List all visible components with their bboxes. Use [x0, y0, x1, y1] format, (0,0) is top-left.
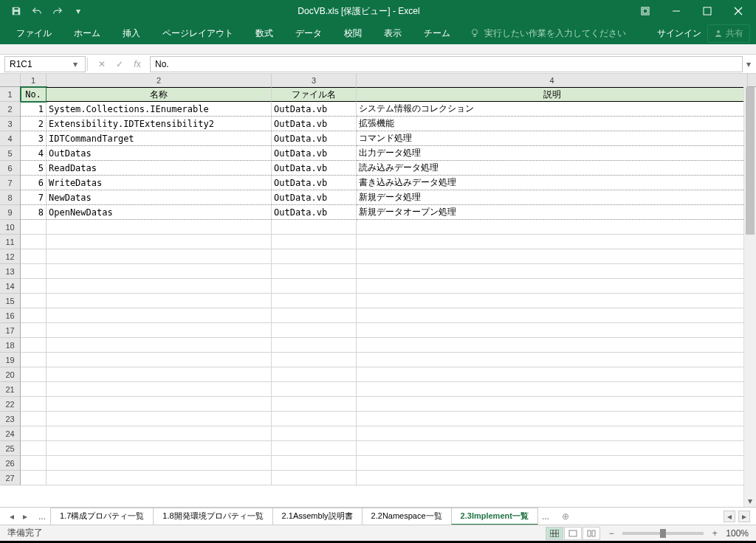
cell[interactable]: [47, 220, 272, 235]
cell[interactable]: 説明: [357, 87, 748, 102]
cell[interactable]: OpenNewDatas: [47, 205, 272, 220]
cell[interactable]: [272, 397, 357, 412]
cell[interactable]: [357, 338, 748, 353]
cell[interactable]: OutData.vb: [272, 190, 357, 205]
cell[interactable]: 7: [21, 190, 47, 205]
row-header[interactable]: 5: [0, 146, 21, 161]
cell[interactable]: [21, 441, 47, 456]
close-button[interactable]: [724, 1, 753, 21]
formula-expand-icon[interactable]: ▾: [746, 59, 756, 69]
cell[interactable]: [272, 308, 357, 323]
cell[interactable]: [272, 426, 357, 441]
row-header[interactable]: 23: [0, 412, 21, 426]
cell[interactable]: [272, 294, 357, 308]
cell[interactable]: [47, 323, 272, 338]
col-header-2[interactable]: 2: [47, 74, 272, 87]
maximize-button[interactable]: [693, 1, 722, 21]
row-header[interactable]: 14: [0, 279, 21, 294]
tab-data[interactable]: データ: [285, 23, 332, 44]
cell[interactable]: [21, 412, 47, 426]
cell[interactable]: [357, 456, 748, 471]
cell[interactable]: 3: [21, 131, 47, 146]
cell[interactable]: OutData.vb: [272, 102, 357, 117]
cell[interactable]: [21, 323, 47, 338]
cell[interactable]: 読み込みデータ処理: [357, 161, 748, 176]
row-header[interactable]: 8: [0, 190, 21, 205]
zoom-in-button[interactable]: +: [709, 528, 720, 539]
cell[interactable]: [272, 249, 357, 264]
tab-home[interactable]: ホーム: [63, 23, 111, 44]
cell[interactable]: [357, 471, 748, 485]
cell[interactable]: 8: [21, 205, 47, 220]
col-header-4[interactable]: 4: [357, 74, 748, 87]
cell[interactable]: [47, 382, 272, 397]
undo-button[interactable]: [28, 2, 46, 20]
cell[interactable]: [357, 367, 748, 382]
save-button[interactable]: [7, 2, 25, 20]
cell[interactable]: [357, 220, 748, 235]
cell[interactable]: [272, 338, 357, 353]
cell[interactable]: 名称: [47, 87, 272, 102]
row-header[interactable]: 27: [0, 471, 21, 485]
row-header[interactable]: 1: [0, 87, 21, 102]
row-header[interactable]: 6: [0, 161, 21, 176]
cell[interactable]: OutDatas: [47, 146, 272, 161]
cell[interactable]: [47, 367, 272, 382]
hscroll-left[interactable]: ◂: [724, 511, 735, 522]
cell[interactable]: [357, 264, 748, 279]
cell[interactable]: 4: [21, 146, 47, 161]
cell[interactable]: 出力データ処理: [357, 146, 748, 161]
tell-me-search[interactable]: 実行したい作業を入力してください: [470, 27, 626, 40]
cell[interactable]: [21, 308, 47, 323]
cell[interactable]: OutData.vb: [272, 205, 357, 220]
scroll-thumb[interactable]: [746, 87, 755, 235]
minimize-button[interactable]: [662, 1, 691, 21]
row-header[interactable]: 10: [0, 220, 21, 235]
vertical-scrollbar[interactable]: ▴ ▾: [743, 87, 756, 507]
row-header[interactable]: 7: [0, 176, 21, 190]
cell[interactable]: [47, 397, 272, 412]
cell[interactable]: [357, 412, 748, 426]
cell[interactable]: OutData.vb: [272, 131, 357, 146]
signin-link[interactable]: サインイン: [657, 27, 701, 40]
cell[interactable]: [272, 353, 357, 367]
cell[interactable]: [357, 323, 748, 338]
cell[interactable]: 拡張機能: [357, 117, 748, 131]
cell[interactable]: [21, 264, 47, 279]
cell[interactable]: [21, 471, 47, 485]
cell[interactable]: [357, 382, 748, 397]
cell[interactable]: [272, 264, 357, 279]
cell[interactable]: コマンド処理: [357, 131, 748, 146]
sheet-overflow-right[interactable]: ...: [537, 511, 554, 522]
cell[interactable]: 新規データ処理: [357, 190, 748, 205]
cell[interactable]: [272, 367, 357, 382]
col-header-3[interactable]: 3: [272, 74, 357, 87]
cell[interactable]: [21, 426, 47, 441]
cell[interactable]: [272, 382, 357, 397]
col-header-1[interactable]: 1: [21, 74, 47, 87]
sheet-nav-first[interactable]: ◂: [6, 511, 18, 522]
row-header[interactable]: 25: [0, 441, 21, 456]
cell[interactable]: [21, 353, 47, 367]
name-box-dropdown-icon[interactable]: ▾: [70, 59, 80, 69]
cell[interactable]: [47, 471, 272, 485]
zoom-slider[interactable]: [622, 532, 704, 535]
tab-page-layout[interactable]: ページレイアウト: [152, 23, 244, 44]
cell[interactable]: OutData.vb: [272, 146, 357, 161]
enter-formula-button[interactable]: ✓: [111, 57, 128, 72]
tab-formulas[interactable]: 数式: [245, 23, 284, 44]
cancel-formula-button[interactable]: ✕: [94, 57, 110, 72]
sheet-tab[interactable]: 1.7構成プロパティ一覧: [50, 508, 154, 525]
cell[interactable]: [47, 426, 272, 441]
cell[interactable]: [357, 235, 748, 249]
cell[interactable]: [21, 456, 47, 471]
row-header[interactable]: 11: [0, 235, 21, 249]
select-all-corner[interactable]: [0, 74, 21, 87]
cell[interactable]: ReadDatas: [47, 161, 272, 176]
cell[interactable]: [47, 456, 272, 471]
row-header[interactable]: 19: [0, 353, 21, 367]
cell[interactable]: [272, 220, 357, 235]
cell[interactable]: System.Collections.IEnumerable: [47, 102, 272, 117]
cell[interactable]: WriteDatas: [47, 176, 272, 190]
add-sheet-button[interactable]: ⊕: [558, 509, 573, 524]
